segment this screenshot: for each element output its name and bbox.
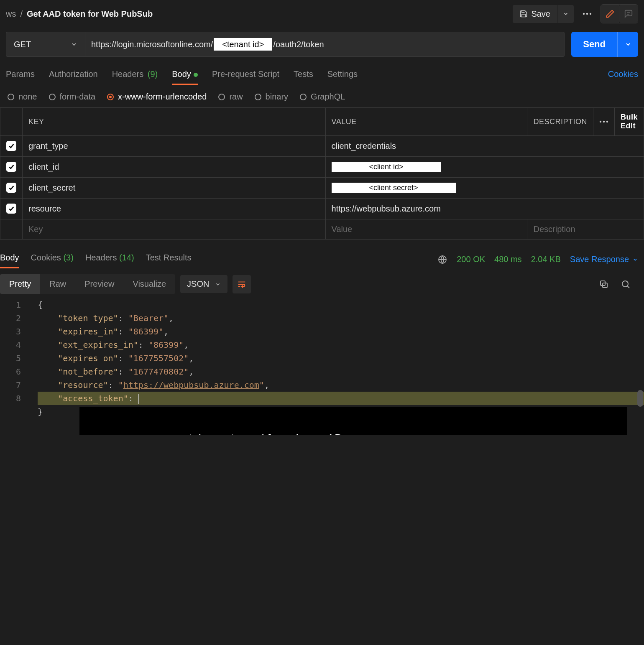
view-pretty[interactable]: Pretty <box>0 274 40 294</box>
cursor-icon <box>138 394 139 404</box>
resp-tab-headers[interactable]: Headers (14) <box>85 250 134 268</box>
svg-point-5 <box>600 121 601 122</box>
col-value: VALUE <box>325 108 527 136</box>
svg-line-14 <box>627 286 629 288</box>
body-type-raw[interactable]: raw <box>218 92 243 102</box>
resp-tab-cookies[interactable]: Cookies (3) <box>31 250 74 268</box>
cell-key[interactable]: client_id <box>23 157 326 178</box>
cookies-link[interactable]: Cookies <box>608 65 638 85</box>
row-checkbox[interactable] <box>6 204 16 214</box>
chevron-down-icon <box>71 41 77 48</box>
cell-value[interactable]: <client id> <box>325 157 644 178</box>
table-row: client_id <client id> <box>0 157 644 178</box>
response-status: 200 OK 480 ms 2.04 KB <box>457 255 561 264</box>
url-input[interactable]: https://login.microsoftonline.com/<tenan… <box>85 32 565 57</box>
tab-authorization[interactable]: Authorization <box>49 65 98 85</box>
tab-prerequest[interactable]: Pre-request Script <box>212 65 279 85</box>
cell-key[interactable]: grant_type <box>23 136 326 157</box>
cell-key[interactable]: resource <box>23 199 326 219</box>
cell-key[interactable]: client_secret <box>23 178 326 199</box>
breadcrumb-sep: / <box>20 9 23 19</box>
tab-params[interactable]: Params <box>6 65 35 85</box>
chevron-down-icon <box>563 11 569 17</box>
unsaved-dot-icon <box>194 73 198 77</box>
tab-headers[interactable]: Headers (9) <box>112 65 158 85</box>
body-type-none[interactable]: none <box>8 92 37 102</box>
row-checkbox[interactable] <box>6 162 16 172</box>
view-raw[interactable]: Raw <box>40 274 75 294</box>
cell-value[interactable]: client_credentials <box>325 136 644 157</box>
svg-point-1 <box>586 13 588 15</box>
col-more[interactable] <box>593 108 614 136</box>
method-select[interactable]: GET <box>6 32 85 57</box>
save-icon <box>519 10 528 18</box>
radio-icon <box>49 94 56 100</box>
table-row-new[interactable]: Key Value Description <box>0 219 644 240</box>
breadcrumb-workspace[interactable]: ws <box>6 9 16 19</box>
resp-tab-tests[interactable]: Test Results <box>146 250 192 268</box>
format-select[interactable]: JSON <box>180 275 227 293</box>
form-params-table: KEY VALUE DESCRIPTION Bulk Edit grant_ty… <box>0 107 644 240</box>
scrollbar[interactable] <box>637 390 643 407</box>
table-row: resource https://webpubsub.azure.com <box>0 199 644 219</box>
view-preview[interactable]: Preview <box>75 274 123 294</box>
radio-icon <box>255 94 261 100</box>
body-type-binary[interactable]: binary <box>255 92 288 102</box>
col-key: KEY <box>23 108 326 136</box>
status-code: 200 OK <box>457 255 485 264</box>
svg-point-13 <box>622 281 628 287</box>
save-dropdown[interactable] <box>557 5 574 23</box>
body-type-xwww[interactable]: x-www-form-urlencoded <box>107 92 207 102</box>
save-button-group: Save <box>513 5 574 23</box>
tab-body[interactable]: Body <box>172 65 198 85</box>
svg-point-2 <box>590 13 591 15</box>
radio-icon <box>300 94 307 100</box>
svg-point-7 <box>606 121 608 122</box>
globe-icon[interactable] <box>437 255 447 265</box>
more-actions-button[interactable] <box>578 5 596 23</box>
view-visualize[interactable]: Visualize <box>123 274 175 294</box>
row-checkbox[interactable] <box>6 183 16 193</box>
tab-tests[interactable]: Tests <box>294 65 313 85</box>
cell-value[interactable]: https://webpubsub.azure.com <box>325 199 644 219</box>
save-button[interactable]: Save <box>513 5 557 23</box>
chevron-down-icon <box>215 281 221 287</box>
ph-value[interactable]: Value <box>325 219 527 240</box>
method-label: GET <box>14 40 31 49</box>
chevron-down-icon <box>625 41 631 48</box>
send-dropdown[interactable] <box>617 32 638 57</box>
edit-button[interactable] <box>601 5 619 23</box>
response-json[interactable]: { "token_type": "Bearer", "expires_in": … <box>38 298 644 405</box>
wrap-lines-button[interactable] <box>233 275 251 293</box>
comment-button[interactable] <box>619 5 638 23</box>
table-row: grant_type client_credentials <box>0 136 644 157</box>
line-gutter: 12345678 9 <box>0 298 29 435</box>
radio-icon <box>218 94 225 100</box>
status-size: 2.04 KB <box>531 255 561 264</box>
radio-icon <box>107 94 114 100</box>
tab-settings[interactable]: Settings <box>327 65 358 85</box>
wrap-icon <box>237 280 246 289</box>
access-token-overlay: <access token returned from Azure AD> <box>79 407 627 435</box>
body-type-graphql[interactable]: GraphQL <box>300 92 345 102</box>
body-type-formdata[interactable]: form-data <box>49 92 96 102</box>
resp-tab-body[interactable]: Body <box>0 250 19 268</box>
url-prefix: https://login.microsoftonline.com/ <box>91 40 213 49</box>
save-response-button[interactable]: Save Response <box>570 255 638 264</box>
send-button[interactable]: Send <box>571 32 617 57</box>
copy-icon[interactable] <box>599 279 609 289</box>
bulk-edit-button[interactable]: Bulk Edit <box>614 108 644 136</box>
pencil-icon <box>606 9 615 18</box>
status-time: 480 ms <box>494 255 522 264</box>
url-suffix: /oauth2/token <box>273 40 324 49</box>
col-desc: DESCRIPTION <box>527 108 593 136</box>
ph-desc[interactable]: Description <box>527 219 644 240</box>
ellipsis-icon <box>599 120 608 123</box>
ellipsis-icon <box>583 13 592 15</box>
cell-value[interactable]: <client secret> <box>325 178 644 199</box>
row-checkbox[interactable] <box>6 141 16 151</box>
ph-key[interactable]: Key <box>23 219 326 240</box>
search-icon[interactable] <box>621 279 631 289</box>
chevron-down-icon <box>632 257 638 263</box>
breadcrumb-title[interactable]: Get AAD token for Web PubSub <box>27 9 153 19</box>
